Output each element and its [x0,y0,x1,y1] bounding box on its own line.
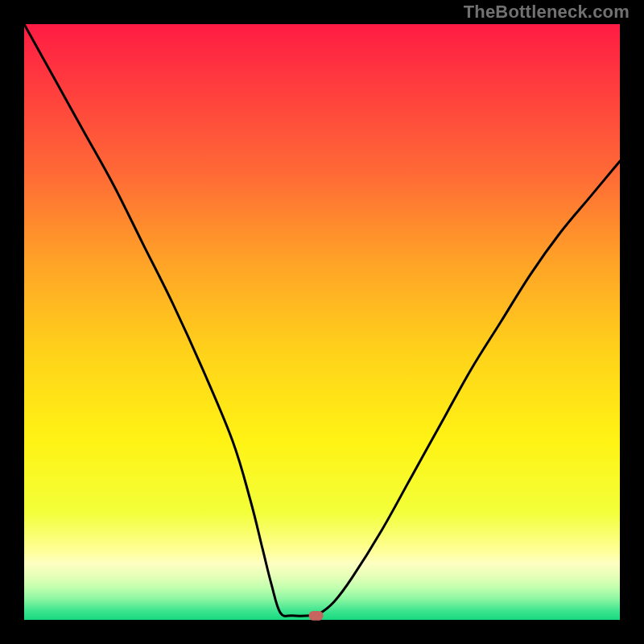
chart-frame: TheBottleneck.com [0,0,644,644]
watermark-text: TheBottleneck.com [464,2,630,23]
gradient-background [24,24,620,620]
bottleneck-chart [0,0,644,644]
optimal-point-marker [309,611,324,621]
